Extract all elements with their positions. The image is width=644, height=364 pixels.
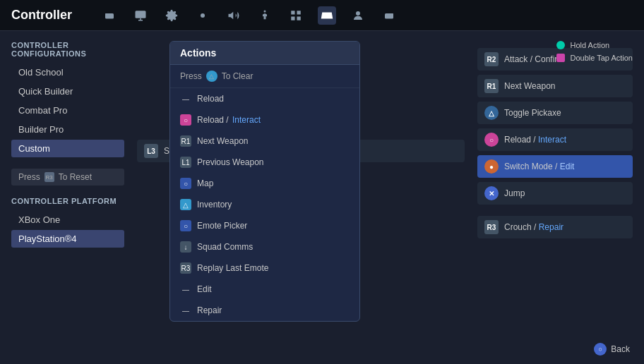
svg-rect-11: [291, 16, 294, 20]
legend-hold: Hold Action: [556, 41, 633, 49]
dropdown-item-inventory[interactable]: △ Inventory: [170, 194, 359, 215]
config-quick-builder[interactable]: Quick Builder: [11, 83, 124, 100]
item-icon-tri: △: [180, 199, 191, 210]
svg-point-7: [264, 10, 266, 12]
dropdown-item-edit[interactable]: — Edit: [170, 279, 359, 300]
binding-next-weapon[interactable]: R1 Next Weapon: [477, 75, 633, 97]
config-section-title: Controller Configurations: [11, 41, 124, 58]
platform-ps4[interactable]: PlayStation®4: [11, 230, 124, 248]
item-label: Reload: [197, 94, 350, 104]
nav-grid[interactable]: [287, 6, 305, 25]
reload-interact-label: Reload / Interact: [504, 135, 566, 145]
nav-audio[interactable]: [225, 6, 243, 25]
sprint-icon: L3: [144, 144, 158, 158]
crouch-label: Crouch / Repair: [504, 222, 564, 232]
binding-crouch[interactable]: R3 Crouch / Repair: [477, 216, 633, 238]
binding-switch-mode[interactable]: ● Switch Mode / Edit: [477, 155, 633, 178]
legend: Hold Action Double Tap Action: [556, 41, 633, 62]
svg-rect-14: [389, 13, 393, 16]
toggle-pickaxe-label: Toggle Pickaxe: [504, 108, 561, 118]
svg-marker-6: [229, 11, 234, 19]
reset-action: To Reset: [59, 172, 92, 182]
platform-list: XBox One PlayStation®4: [11, 211, 124, 248]
svg-rect-9: [297, 11, 301, 14]
item-label: Repair: [197, 305, 350, 315]
legend-hold-label: Hold Action: [571, 41, 610, 49]
binding-reload-interact[interactable]: ○ Reload / Interact: [477, 128, 633, 151]
item-icon-none: —: [180, 93, 191, 104]
item-label: Edit: [197, 284, 350, 294]
press-clear-icon: △: [206, 71, 217, 82]
dropdown-press-clear: Press △ To Clear: [170, 65, 359, 88]
dropdown-title: Actions: [170, 42, 359, 65]
svg-rect-1: [105, 13, 109, 16]
left-panel: Controller Configurations Old School Qui…: [11, 41, 124, 354]
right-lower-bindings: R3 Crouch / Repair: [477, 216, 633, 238]
right-panel: Hold Action Double Tap Action R2 Attack …: [477, 41, 633, 354]
top-bar: Controller: [0, 0, 644, 31]
dropdown-item-reload-interact[interactable]: ○ Reload / Interact: [170, 109, 359, 131]
actions-dropdown: Actions Press △ To Clear — Reload ○ Relo…: [169, 41, 360, 322]
legend-hold-dot: [556, 41, 565, 49]
switch-mode-label: Switch Mode / Edit: [504, 162, 574, 171]
nav-l1[interactable]: [100, 6, 119, 25]
dropdown-item-emote-picker[interactable]: ○ Emote Picker: [170, 215, 359, 236]
item-icon-none: —: [180, 284, 191, 295]
press-reset-row[interactable]: Press R3 To Reset: [11, 169, 124, 186]
item-label: Previous Weapon: [197, 157, 350, 167]
item-icon-down: ↓: [180, 241, 191, 253]
nav-profile[interactable]: [349, 6, 367, 25]
app-title: Controller: [11, 8, 72, 23]
jump-label: Jump: [504, 188, 525, 198]
svg-point-5: [201, 13, 205, 18]
item-label: Reload / Interact: [197, 115, 350, 125]
dropdown-item-repair[interactable]: — Repair: [170, 300, 359, 321]
platform-xbox[interactable]: XBox One: [11, 211, 124, 229]
binding-toggle-pickaxe[interactable]: △ Toggle Pickaxe: [477, 102, 633, 124]
dropdown-item-map[interactable]: ○ Map: [170, 173, 359, 194]
config-combat-pro[interactable]: Combat Pro: [11, 102, 124, 119]
dropdown-item-next-weapon[interactable]: R1 Next Weapon: [170, 131, 359, 152]
config-builder-pro[interactable]: Builder Pro: [11, 121, 124, 138]
item-icon-l1: L1: [180, 157, 191, 168]
next-weapon-icon: R1: [484, 79, 499, 93]
center-panel: Actions Press △ To Clear — Reload ○ Relo…: [134, 41, 467, 354]
item-label: Inventory: [197, 200, 350, 210]
item-label: Emote Picker: [197, 221, 350, 231]
press-clear-text: Press: [180, 71, 202, 81]
config-custom[interactable]: Custom: [11, 140, 124, 157]
nav-brightness[interactable]: [193, 6, 212, 25]
item-label: Map: [197, 178, 350, 188]
dropdown-item-squad-comms[interactable]: ↓ Squad Comms: [170, 236, 359, 257]
config-list: Old School Quick Builder Combat Pro Buil…: [11, 63, 124, 157]
item-icon-r1: R1: [180, 135, 191, 147]
nav-controller[interactable]: [318, 6, 336, 25]
nav-icons: [100, 6, 398, 25]
jump-icon: ✕: [484, 186, 499, 200]
crouch-icon: R3: [484, 220, 499, 234]
next-weapon-label: Next Weapon: [504, 81, 556, 91]
legend-double-tap-label: Double Tap Action: [571, 54, 633, 62]
platform-section-title: Controller Platform: [11, 197, 124, 205]
nav-monitor[interactable]: [131, 6, 150, 25]
toggle-pickaxe-icon: △: [484, 106, 499, 120]
dropdown-item-replay-emote[interactable]: R3 Replay Last Emote: [170, 257, 359, 279]
item-icon-r1: R3: [180, 262, 191, 274]
press-clear-action: To Clear: [222, 71, 254, 81]
attack-icon: R2: [484, 52, 499, 66]
dropdown-item-reload[interactable]: — Reload: [170, 88, 359, 109]
binding-jump[interactable]: ✕ Jump: [477, 182, 633, 205]
reload-interact-icon: ○: [484, 133, 499, 147]
config-old-school[interactable]: Old School: [11, 63, 124, 81]
legend-double-tap-dot: [556, 54, 565, 62]
back-button[interactable]: ○ Back: [594, 343, 630, 356]
dropdown-item-prev-weapon[interactable]: L1 Previous Weapon: [170, 152, 359, 173]
svg-rect-10: [297, 16, 301, 20]
dropdown-list[interactable]: — Reload ○ Reload / Interact R1 Next Wea…: [170, 88, 359, 321]
item-icon-square: ○: [180, 114, 191, 126]
nav-accessibility[interactable]: [256, 6, 274, 25]
svg-rect-8: [291, 11, 294, 14]
nav-r1[interactable]: [380, 6, 398, 25]
item-icon-circle: ○: [180, 220, 191, 231]
nav-settings[interactable]: [162, 6, 181, 25]
